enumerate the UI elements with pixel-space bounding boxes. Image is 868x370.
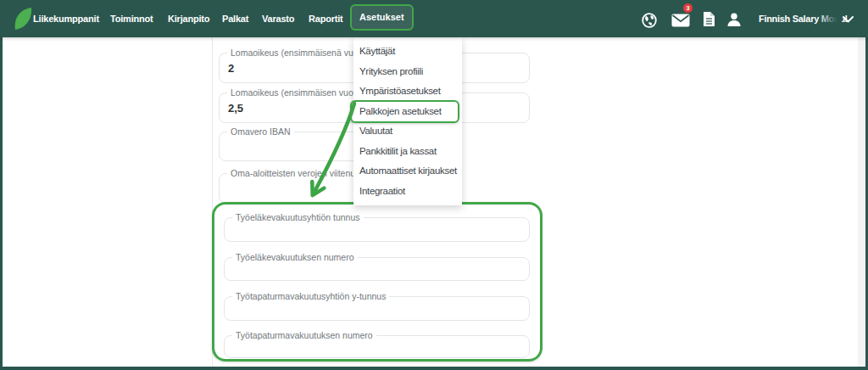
- scrollbar-track[interactable]: [858, 37, 865, 367]
- nav-item-palkat[interactable]: Palkat: [222, 0, 248, 37]
- menu-item-integraatiot[interactable]: Integraatiot: [353, 182, 462, 202]
- field-label: Oma-aloitteisten verojen viitenumer: [227, 168, 374, 179]
- menu-item-ymparistoasetukset[interactable]: Ympäristöasetukset: [353, 81, 462, 102]
- menu-item-yrityksen-profiili[interactable]: Yrityksen profiili: [353, 62, 462, 82]
- menu-item-pankkitilit-ja-kassat[interactable]: Pankkitilit ja kassat: [353, 142, 462, 162]
- account-label-fade: [818, 0, 842, 37]
- annotation-box-palkkojen-asetukset: [350, 100, 459, 123]
- nav-item-toiminnot[interactable]: Toiminnot: [110, 0, 153, 37]
- user-icon[interactable]: [726, 12, 742, 27]
- nav-item-raportit[interactable]: Raportit: [309, 0, 343, 37]
- annotation-rect-insurance-fields: [212, 202, 542, 362]
- field-label: Omavero IBAN: [227, 126, 294, 137]
- logo-leaf-icon[interactable]: [12, 5, 34, 32]
- app-window: Lomaoikeus (ensimmäisenä vuonna) Lomaoik…: [0, 0, 868, 370]
- mail-badge: 3: [683, 3, 693, 13]
- nav-item-varasto[interactable]: Varasto: [262, 0, 294, 37]
- nav-item-liikekumppanit[interactable]: Liikekumppanit: [33, 0, 99, 37]
- nav-item-asetukset[interactable]: Asetukset: [350, 4, 414, 31]
- top-navbar: Liikekumppanit Toiminnot Kirjanpito Palk…: [0, 0, 868, 37]
- nav-item-kirjanpito[interactable]: Kirjanpito: [168, 0, 209, 37]
- menu-item-automaattiset-kirjaukset[interactable]: Automaattiset kirjaukset: [353, 161, 462, 182]
- menu-item-kayttajat[interactable]: Käyttäjät: [353, 42, 462, 62]
- chevron-down-icon[interactable]: [843, 16, 854, 23]
- globe-icon[interactable]: [642, 13, 657, 28]
- mail-icon[interactable]: [671, 14, 690, 27]
- menu-item-valuutat[interactable]: Valuutat: [353, 121, 462, 142]
- nav-item-label: Asetukset: [359, 12, 404, 22]
- document-icon[interactable]: [703, 11, 715, 27]
